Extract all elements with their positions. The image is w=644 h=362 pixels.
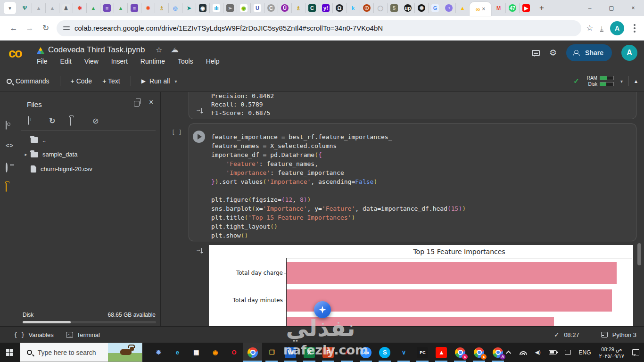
- cursor-tool-favicon[interactable]: ➢: [223, 3, 237, 13]
- google-drive-favicon[interactable]: ▲: [455, 3, 469, 13]
- menu-tools[interactable]: Tools: [178, 58, 193, 65]
- menu-view[interactable]: View: [84, 58, 99, 65]
- taskbar-app-opera[interactable]: O: [224, 343, 243, 362]
- taskbar-app-firefox[interactable]: ◉: [206, 343, 224, 362]
- run-all-dropdown-icon[interactable]: ▾: [174, 79, 177, 84]
- taskbar-app-chrome-profile-2[interactable]: ε: [470, 343, 488, 362]
- share-button[interactable]: Share: [566, 44, 612, 61]
- google-ads-favicon[interactable]: ✱: [73, 3, 86, 13]
- gold-trophy-favicon[interactable]: ♗: [155, 3, 168, 13]
- menu-insert[interactable]: Insert: [111, 58, 128, 65]
- display-device-icon[interactable]: [565, 350, 571, 355]
- gray-triangle-favicon[interactable]: ▲: [45, 3, 59, 13]
- taskbar-app-chrome[interactable]: [243, 343, 262, 362]
- taskbar-app-edge[interactable]: e: [168, 343, 187, 362]
- maximize-button[interactable]: ▢: [601, 0, 622, 16]
- mount-drive-icon[interactable]: [70, 117, 71, 126]
- bookmark-star-icon[interactable]: ☆: [586, 23, 593, 33]
- search-highlight-image[interactable]: [108, 343, 142, 362]
- run-cell-button[interactable]: [193, 131, 205, 143]
- wifi-icon[interactable]: [519, 350, 527, 355]
- star-notebook-icon[interactable]: ☆: [156, 45, 162, 54]
- google-forms-favicon[interactable]: ≡: [127, 3, 141, 13]
- taskbar-clock[interactable]: 08:29 ص ٢٠٢٥/٠٩/١٧: [599, 346, 624, 359]
- tree-item-label[interactable]: ..: [42, 136, 46, 143]
- url-text[interactable]: colab.research.google.com/drive/1EZIvTSy…: [74, 24, 383, 32]
- account-avatar[interactable]: A: [621, 45, 637, 61]
- downloads-icon[interactable]: ↓: [600, 25, 604, 32]
- cisco-favicon[interactable]: ılı: [209, 3, 223, 13]
- tree-item-label[interactable]: sample_data: [42, 151, 77, 158]
- close-panel-icon[interactable]: ×: [149, 98, 153, 107]
- active-tab-colab[interactable]: ∞ ×: [470, 2, 491, 16]
- reload-icon[interactable]: ↻: [38, 20, 54, 36]
- collapse-toolbar-icon[interactable]: ▴: [635, 78, 637, 84]
- red-creature-favicon[interactable]: ☉: [360, 3, 373, 13]
- taskbar-app-chrome-profile-1[interactable]: ε: [451, 343, 470, 362]
- google-forms-favicon[interactable]: ≡: [100, 3, 114, 13]
- taskbar-app-copilot[interactable]: ❋: [149, 343, 168, 362]
- cell-output-toggle-icon[interactable]: [196, 247, 205, 255]
- volume-icon[interactable]: ◀: [535, 349, 540, 355]
- google-drive-favicon[interactable]: ▲: [86, 3, 100, 13]
- new-tab-button[interactable]: +: [536, 2, 548, 14]
- orange-burst-favicon[interactable]: ✹: [141, 3, 155, 13]
- back-icon[interactable]: ←: [6, 20, 22, 36]
- minimize-button[interactable]: –: [579, 0, 601, 16]
- code-editor[interactable]: feature_importance = best_rf.feature_imp…: [211, 132, 466, 240]
- gmail-favicon[interactable]: M: [492, 3, 505, 13]
- cell-output-toggle-icon[interactable]: [196, 107, 205, 115]
- gray-ring-favicon[interactable]: ◯: [373, 3, 387, 13]
- u-letter-favicon[interactable]: U: [250, 3, 264, 13]
- upload-file-icon[interactable]: [28, 116, 29, 125]
- commands-button[interactable]: Commands: [7, 77, 50, 85]
- teal-arrow-favicon[interactable]: ➤: [182, 3, 196, 13]
- find-replace-icon[interactable]: [6, 121, 7, 130]
- code-cell[interactable]: feature_importance = best_rf.feature_imp…: [189, 123, 636, 241]
- notebook-scrollbar[interactable]: [637, 243, 641, 265]
- yahoo-favicon[interactable]: y!: [319, 3, 332, 13]
- language-indicator[interactable]: ENG: [579, 349, 591, 356]
- run-all-button[interactable]: ▶ Run all ▾: [141, 77, 177, 85]
- g-doc-favicon[interactable]: G: [428, 3, 442, 13]
- browser-profile-avatar[interactable]: A: [610, 21, 624, 35]
- start-button[interactable]: [0, 343, 20, 362]
- tree-item-label[interactable]: churn-bigml-20.csv: [41, 165, 92, 173]
- menu-runtime[interactable]: Runtime: [140, 58, 165, 65]
- settings-gear-icon[interactable]: ⚙: [549, 48, 557, 58]
- menu-file[interactable]: File: [37, 58, 48, 65]
- taskbar-app-pycharm[interactable]: PC: [413, 343, 432, 362]
- taskbar-app-chrome-profile-3[interactable]: A: [488, 343, 507, 362]
- forward-icon[interactable]: →: [22, 20, 38, 36]
- secrets-key-icon[interactable]: [6, 164, 8, 172]
- add-text-button[interactable]: + Text: [102, 77, 120, 85]
- taskbar-app-microsoft-store[interactable]: ▦: [187, 343, 206, 362]
- nvidia-favicon[interactable]: ◉: [237, 3, 250, 13]
- resources-dropdown-icon[interactable]: ▾: [620, 79, 623, 84]
- browser-menu-icon[interactable]: [634, 24, 636, 33]
- youtube-favicon[interactable]: ▶: [519, 3, 533, 13]
- blue-rings-favicon[interactable]: ◎: [168, 3, 182, 13]
- battery-icon[interactable]: [549, 350, 557, 354]
- upwork-favicon[interactable]: up: [401, 3, 414, 13]
- expand-arrow-icon[interactable]: ▸: [21, 152, 31, 157]
- resource-meters[interactable]: RAM Disk: [585, 75, 614, 87]
- code-snippets-icon[interactable]: <>: [6, 142, 14, 149]
- taskbar-app-acrobat[interactable]: ▲: [432, 343, 451, 362]
- knot-favicon[interactable]: ✺: [414, 3, 428, 13]
- terminal-button[interactable]: >_ Terminal: [66, 331, 100, 338]
- toggle-hidden-files-icon[interactable]: ⊘: [92, 116, 99, 125]
- taskbar-app-vscode[interactable]: ∨: [394, 343, 413, 362]
- add-code-button[interactable]: + Code: [71, 77, 92, 85]
- kaggle-favicon[interactable]: k: [346, 3, 360, 13]
- purple-shield-favicon[interactable]: Û: [278, 3, 291, 13]
- hp-life-favicon[interactable]: ◉: [196, 3, 209, 13]
- tab-close-icon[interactable]: ×: [482, 6, 485, 12]
- comments-icon[interactable]: [532, 50, 540, 56]
- whatsapp-unread-favicon[interactable]: 47: [505, 3, 519, 13]
- cell-output-previous[interactable]: Precision: 0.8462Recall: 0.5789F1-Score:…: [189, 92, 636, 119]
- purple-meet-favicon[interactable]: ◔: [442, 3, 455, 13]
- tab-scroll-button[interactable]: ▾: [4, 2, 16, 14]
- taskbar-search[interactable]: Type here to search: [20, 343, 143, 362]
- contact-card-favicon[interactable]: ♟: [59, 3, 73, 13]
